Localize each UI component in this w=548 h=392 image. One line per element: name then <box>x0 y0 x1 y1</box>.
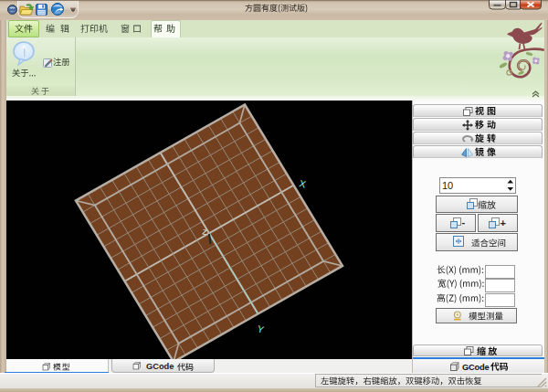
svg-text:Y: Y <box>257 323 266 334</box>
svg-text:X: X <box>299 177 308 189</box>
